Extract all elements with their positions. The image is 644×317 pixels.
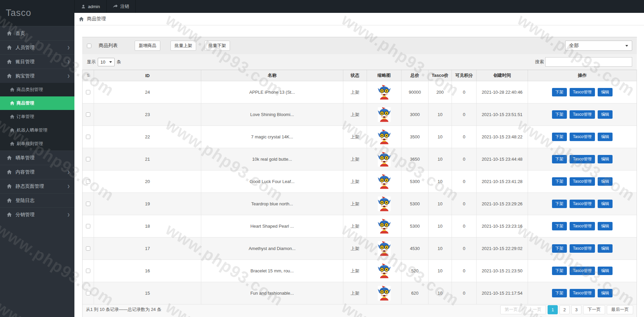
sidebar-item-0[interactable]: 首页 xyxy=(0,26,74,40)
col-header-points[interactable]: 可兑积分 xyxy=(452,70,477,81)
batch-off-shelf-button[interactable]: 批量下架 xyxy=(204,41,230,51)
edit-button[interactable]: 编辑 xyxy=(598,267,613,275)
batch-on-shelf-button[interactable]: 批量上架 xyxy=(170,41,196,51)
off-shelf-button[interactable]: 下架 xyxy=(552,155,567,163)
sidebar-item-4[interactable]: 商品类别管理 xyxy=(0,83,74,96)
sidebar-item-2[interactable]: 账目管理❯ xyxy=(0,54,74,69)
home-icon xyxy=(10,101,15,106)
sidebar-item-5[interactable]: 商品管理 xyxy=(0,96,74,110)
pagination-button-4[interactable]: 3 xyxy=(571,305,581,314)
table-footer: 从1 到 10 条记录——总记录数为 24 条 第一页上一页123下一页最后一页 xyxy=(83,304,637,317)
cell-total-price: 3500 xyxy=(401,126,429,148)
sidebar-item-9[interactable]: 晒单管理 xyxy=(0,151,74,165)
sidebar-item-11[interactable]: 静态页面管理❯ xyxy=(0,179,74,193)
off-shelf-button[interactable]: 下架 xyxy=(552,267,567,275)
col-header-actions[interactable]: 操作 xyxy=(528,70,637,81)
off-shelf-button[interactable]: 下架 xyxy=(552,88,567,96)
topbar: admin 注销 xyxy=(74,0,644,13)
select-all-checkbox[interactable] xyxy=(87,44,91,48)
cell-total-price: 4530 xyxy=(401,237,429,260)
tasco-manage-button[interactable]: Tasco管理 xyxy=(570,110,595,119)
row-checkbox[interactable] xyxy=(86,179,90,184)
sidebar-item-12[interactable]: 登陆日志 xyxy=(0,193,74,207)
row-checkbox[interactable] xyxy=(86,112,90,117)
user-menu[interactable]: admin xyxy=(74,0,107,13)
tasco-manage-button[interactable]: Tasco管理 xyxy=(570,200,595,208)
sidebar-item-7[interactable]: 机器人晒单管理 xyxy=(0,123,74,137)
col-header-created[interactable]: 创建时间 xyxy=(477,70,528,81)
sidebar-item-13[interactable]: 分销管理❯ xyxy=(0,207,74,222)
pagination-button-5[interactable]: 下一页 xyxy=(583,305,605,314)
chevron-right-icon: ❯ xyxy=(67,213,70,217)
row-checkbox[interactable] xyxy=(86,269,90,273)
category-filter-select[interactable]: 全部 xyxy=(565,41,632,51)
page-size-select[interactable]: 10 xyxy=(98,58,115,66)
edit-button[interactable]: 编辑 xyxy=(598,88,613,96)
off-shelf-button[interactable]: 下架 xyxy=(552,289,567,297)
logout-label: 注销 xyxy=(120,3,129,9)
row-checkbox[interactable] xyxy=(86,90,90,94)
entries-label: 条 xyxy=(117,59,121,65)
col-header-total-price[interactable]: 总价 xyxy=(401,70,429,81)
edit-button[interactable]: 编辑 xyxy=(598,289,613,297)
row-checkbox[interactable] xyxy=(86,224,90,228)
tasco-manage-button[interactable]: Tasco管理 xyxy=(570,267,595,275)
pagination-button-6[interactable]: 最后一页 xyxy=(607,305,633,314)
tasco-manage-button[interactable]: Tasco管理 xyxy=(570,289,595,297)
app-logo[interactable]: Tasco xyxy=(0,0,74,26)
cell-points: 0 xyxy=(452,260,477,282)
edit-button[interactable]: 编辑 xyxy=(598,133,613,141)
tasco-manage-button[interactable]: Tasco管理 xyxy=(570,177,595,186)
cell-created: 2021-10-15 23:44:48 xyxy=(477,148,528,171)
off-shelf-button[interactable]: 下架 xyxy=(552,133,567,141)
edit-button[interactable]: 编辑 xyxy=(598,110,613,119)
table-row: 16 Bracelet 15 mm, rou... 上架 xyxy=(83,260,637,282)
pagination-button-3[interactable]: 2 xyxy=(559,305,570,314)
row-checkbox[interactable] xyxy=(86,202,90,206)
row-actions: 下架 Tasco管理 编辑 xyxy=(552,177,613,186)
col-header-tasco-price[interactable]: Tasco价 xyxy=(429,70,452,81)
row-checkbox[interactable] xyxy=(86,135,90,139)
table-row: 18 Heart Shaped Pearl ... 上架 xyxy=(83,215,637,237)
show-label: 显示 xyxy=(87,59,96,65)
sidebar-item-6[interactable]: 订单管理 xyxy=(0,110,74,123)
edit-button[interactable]: 编辑 xyxy=(598,177,613,186)
col-header-thumbnail[interactable]: 缩略图 xyxy=(367,70,401,81)
sidebar-item-1[interactable]: 人员管理❯ xyxy=(0,40,74,54)
col-header-status[interactable]: 状态 xyxy=(343,70,367,81)
edit-button[interactable]: 编辑 xyxy=(598,222,613,230)
off-shelf-button[interactable]: 下架 xyxy=(552,177,567,186)
tasco-manage-button[interactable]: Tasco管理 xyxy=(570,155,595,163)
col-header-id[interactable]: ID xyxy=(94,70,201,81)
sidebar-item-8[interactable]: 刷单规则管理 xyxy=(0,137,74,151)
col-header-name[interactable]: 名称 xyxy=(201,70,343,81)
off-shelf-button[interactable]: 下架 xyxy=(552,200,567,208)
status-badge: 上架 xyxy=(343,81,367,104)
add-product-button[interactable]: 新增商品 xyxy=(135,41,160,51)
table-header-row: ⇅ ID 名称 状态 缩略图 总价 Tasco价 可兑积分 创建时间 操作 xyxy=(83,70,637,81)
row-checkbox[interactable] xyxy=(86,291,90,295)
tasco-manage-button[interactable]: Tasco管理 xyxy=(570,222,595,230)
sidebar-item-3[interactable]: 购宝管理❯ xyxy=(0,69,74,83)
pagination-current-page[interactable]: 1 xyxy=(548,305,558,314)
row-checkbox[interactable] xyxy=(86,246,90,251)
tasco-manage-button[interactable]: Tasco管理 xyxy=(570,244,595,253)
home-icon xyxy=(7,198,12,203)
off-shelf-button[interactable]: 下架 xyxy=(552,222,567,230)
search-input[interactable] xyxy=(545,57,632,67)
cell-tasco-price: 200 xyxy=(429,81,452,104)
edit-button[interactable]: 编辑 xyxy=(598,155,613,163)
edit-button[interactable]: 编辑 xyxy=(598,200,613,208)
sort-icon[interactable]: ⇅ xyxy=(83,70,94,81)
tasco-manage-button[interactable]: Tasco管理 xyxy=(570,88,595,96)
sidebar-item-10[interactable]: 内容管理❯ xyxy=(0,165,74,179)
tasco-manage-button[interactable]: Tasco管理 xyxy=(570,133,595,141)
off-shelf-button[interactable]: 下架 xyxy=(552,110,567,119)
cell-total-price: 3650 xyxy=(401,148,429,171)
logout-button[interactable]: 注销 xyxy=(107,0,136,13)
edit-button[interactable]: 编辑 xyxy=(598,244,613,253)
off-shelf-button[interactable]: 下架 xyxy=(552,244,567,253)
row-checkbox[interactable] xyxy=(86,157,90,161)
sidebar-item-label: 首页 xyxy=(16,30,25,37)
cell-points: 0 xyxy=(452,237,477,260)
